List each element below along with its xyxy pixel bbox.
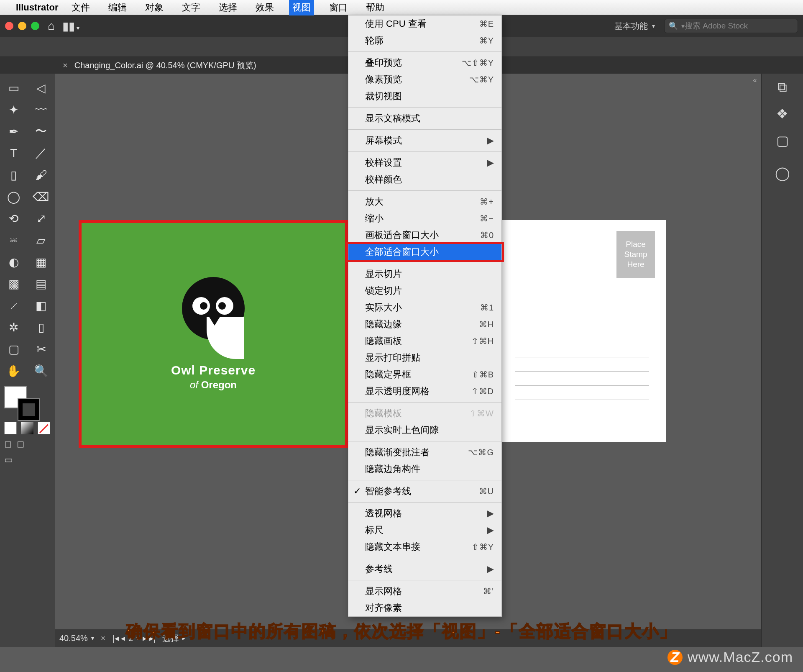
adobe-stock-search[interactable]: 🔍 ▾ 搜索 Adobe Stock (664, 19, 798, 33)
symbol-sprayer-tool-icon[interactable]: ✲ (0, 316, 28, 338)
artboards-panel-icon[interactable]: ▢ (762, 127, 803, 154)
menu-item[interactable]: ✓智能参考线⌘U (348, 483, 501, 500)
highlighted-artboard-frame: Owl Preserve of Oregon (79, 220, 348, 448)
menu-item[interactable]: 校样设置▶ (348, 154, 501, 171)
menu-item[interactable]: 全部适合窗口大小 (348, 244, 501, 260)
artboard-tool-icon[interactable]: ▢ (0, 338, 28, 360)
menu-item[interactable]: 像素预览⌥⌘Y (348, 71, 501, 88)
perspective-grid-tool-icon[interactable]: ▦ (28, 251, 55, 273)
menu-separator (348, 558, 501, 558)
shape-builder-tool-icon[interactable]: ◐ (0, 251, 28, 273)
libraries-panel-icon[interactable]: ⧉ (762, 74, 803, 100)
menu-item[interactable]: 裁切视图 (348, 88, 501, 105)
minimize-window-button[interactable] (18, 22, 26, 30)
menu-item[interactable]: 显示文稿模式 (348, 110, 501, 127)
menu-item-shortcut: ⇧⌘Y (472, 542, 494, 552)
menu-item-label: 使用 CPU 查看 (365, 18, 427, 30)
close-window-button[interactable] (5, 22, 13, 30)
fill-stroke-control[interactable] (0, 384, 55, 420)
menu-item[interactable]: 隐藏文本串接⇧⌘Y (348, 539, 501, 555)
slice-tool-icon[interactable]: ✂ (28, 338, 55, 360)
blend-tool-icon[interactable]: ◧ (28, 295, 55, 316)
menu-item[interactable]: 屏幕模式▶ (348, 132, 501, 149)
menu-item[interactable]: 画板适合窗口大小⌘0 (348, 227, 501, 244)
rectangle-tool-icon[interactable]: ▯ (0, 164, 28, 186)
gradient-tool-icon[interactable]: ▤ (28, 273, 55, 295)
lasso-tool-icon[interactable]: 〰 (28, 99, 55, 121)
menu-type[interactable]: 文字 (179, 0, 204, 15)
menu-item[interactable]: 放大⌘+ (348, 193, 501, 210)
menu-file[interactable]: 文件 (68, 0, 93, 15)
menu-item[interactable]: 显示实时上色间隙 (348, 422, 501, 439)
stroke-swatch[interactable] (18, 398, 40, 421)
selection-tool-icon[interactable]: ▭ (0, 77, 28, 99)
magic-wand-tool-icon[interactable]: ✦ (0, 99, 28, 121)
menu-object[interactable]: 对象 (142, 0, 167, 15)
menu-item[interactable]: 隐藏定界框⇧⌘B (348, 366, 501, 383)
menu-separator (348, 151, 501, 152)
menu-item[interactable]: 校样颜色 (348, 171, 501, 188)
menu-item[interactable]: 实际大小⌘1 (348, 299, 501, 316)
menu-item[interactable]: 显示打印拼贴 (348, 349, 501, 366)
expand-panels-icon[interactable]: « (750, 75, 760, 85)
width-tool-icon[interactable]: ⎃ (0, 229, 28, 251)
menu-item[interactable]: 缩小⌘− (348, 210, 501, 227)
pen-tool-icon[interactable]: ✒ (0, 121, 28, 142)
color-mode-icon[interactable] (4, 422, 17, 434)
none-mode-icon[interactable] (38, 422, 50, 434)
properties-panel-icon[interactable]: ◯ (762, 160, 803, 187)
layers-panel-icon[interactable]: ❖ (762, 100, 803, 127)
rotate-tool-icon[interactable]: ⟲ (0, 208, 28, 229)
gradient-mode-icon[interactable] (21, 422, 33, 434)
eyedropper-tool-icon[interactable]: ⟋ (0, 295, 28, 316)
scale-tool-icon[interactable]: ⤢ (28, 208, 55, 229)
menu-item[interactable]: 显示切片 (348, 266, 501, 282)
home-icon[interactable]: ⌂ (48, 19, 55, 33)
line-tool-icon[interactable]: ／ (28, 142, 55, 164)
paintbrush-tool-icon[interactable]: 🖌 (28, 164, 55, 186)
menu-item-label: 锁定切片 (365, 285, 402, 297)
eraser-tool-icon[interactable]: ⌫ (28, 186, 55, 208)
zoom-window-button[interactable] (31, 22, 39, 30)
document-tab[interactable]: × Changing_Color.ai @ 40.54% (CMYK/GPU 预… (63, 60, 256, 71)
menu-item[interactable]: 隐藏边缘⌘H (348, 316, 501, 333)
menu-select[interactable]: 选择 (215, 0, 240, 15)
hand-tool-icon[interactable]: ✋ (0, 360, 28, 382)
zoom-tool-icon[interactable]: 🔍 (28, 360, 55, 382)
mesh-tool-icon[interactable]: ▩ (0, 273, 28, 295)
menu-effect[interactable]: 效果 (252, 0, 277, 15)
menu-item[interactable]: 锁定切片 (348, 282, 501, 299)
direct-selection-tool-icon[interactable]: ◁ (28, 77, 55, 99)
menu-item[interactable]: 对齐像素 (348, 600, 501, 616)
menu-item[interactable]: 使用 CPU 查看⌘E (348, 15, 501, 32)
menu-item[interactable]: 叠印预览⌥⇧⌘Y (348, 54, 501, 71)
menu-item[interactable]: 隐藏画板⇧⌘H (348, 333, 501, 349)
menu-view[interactable]: 视图 (289, 0, 314, 15)
menu-item[interactable]: 标尺▶ (348, 522, 501, 539)
artboard-1[interactable]: Owl Preserve of Oregon (82, 223, 345, 445)
draw-normal-icon[interactable]: ◻ (4, 439, 12, 449)
column-graph-tool-icon[interactable]: ▯ (28, 316, 55, 338)
menu-help[interactable]: 帮助 (363, 0, 388, 15)
menu-item[interactable]: 显示网格⌘' (348, 583, 501, 600)
screen-mode-icon[interactable]: ▭ (4, 454, 13, 465)
menu-item[interactable]: 隐藏边角构件 (348, 461, 501, 477)
menu-item[interactable]: 透视网格▶ (348, 505, 501, 522)
close-tab-icon[interactable]: × (63, 61, 68, 70)
menu-edit[interactable]: 编辑 (105, 0, 130, 15)
menu-window[interactable]: 窗口 (326, 0, 351, 15)
type-tool-icon[interactable]: T (0, 142, 28, 164)
menu-item[interactable]: 显示透明度网格⇧⌘D (348, 383, 501, 400)
curvature-tool-icon[interactable]: 〜 (28, 121, 55, 142)
app-name[interactable]: Illustrator (16, 2, 58, 13)
menu-separator (348, 441, 501, 441)
shaper-tool-icon[interactable]: ◯ (0, 186, 28, 208)
menu-item-shortcut: ⇧⌘W (469, 408, 494, 418)
workspace-switcher[interactable]: 基本功能 ▾ (614, 21, 655, 32)
menu-item[interactable]: 轮廓⌘Y (348, 32, 501, 49)
menu-item[interactable]: 隐藏渐变批注者⌥⌘G (348, 444, 501, 461)
draw-behind-icon[interactable]: ◻ (17, 439, 24, 449)
free-transform-tool-icon[interactable]: ▱ (28, 229, 55, 251)
menu-item[interactable]: 参考线▶ (348, 561, 501, 577)
arrange-documents-icon[interactable]: ▮▮▾ (62, 19, 79, 33)
